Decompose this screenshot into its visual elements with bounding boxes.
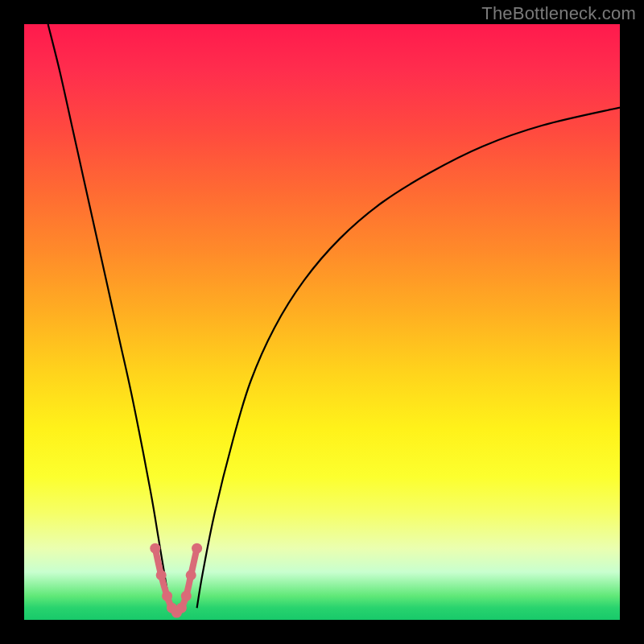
- curve-layer: [24, 24, 620, 620]
- valley-marker: [192, 543, 202, 554]
- left-branch-curve: [48, 24, 171, 608]
- valley-marker: [150, 543, 160, 554]
- valley-marker: [162, 591, 172, 601]
- right-branch-curve: [197, 108, 620, 609]
- watermark-text: TheBottleneck.com: [481, 3, 636, 24]
- valley-marker: [176, 603, 187, 613]
- valley-marker: [156, 570, 167, 580]
- valley-marker: [186, 570, 196, 580]
- chart-frame: TheBottleneck.com: [0, 0, 644, 644]
- plot-area: [24, 24, 620, 620]
- valley-marker: [181, 591, 192, 601]
